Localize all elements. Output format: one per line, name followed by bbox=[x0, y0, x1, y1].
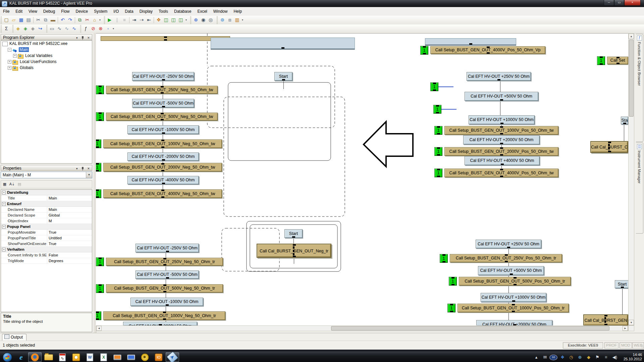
start-button-node[interactable]: Start bbox=[615, 280, 628, 288]
pan-icon[interactable]: ✥ bbox=[155, 16, 162, 24]
call-function-node[interactable]: Call Set bbox=[607, 57, 628, 64]
select-data-icon[interactable]: Σ bbox=[3, 25, 10, 33]
update-globe-icon[interactable]: ⊕ bbox=[576, 355, 584, 360]
edit-data-icon[interactable]: ◈ bbox=[29, 25, 37, 33]
scroll-left-icon[interactable]: ◄ bbox=[96, 326, 102, 331]
menu-help[interactable]: Help bbox=[230, 7, 245, 14]
badge-10-icon[interactable]: 10 bbox=[549, 355, 557, 360]
mail-icon[interactable]: ✉ bbox=[541, 355, 549, 360]
close-button[interactable]: × bbox=[624, 0, 641, 6]
property-value[interactable]: Untitled bbox=[47, 235, 62, 241]
volume-icon[interactable]: ◀) bbox=[611, 355, 619, 360]
property-row[interactable]: PopupMoveableTrue bbox=[1, 230, 92, 235]
vee-pro-icon[interactable]: ➤ bbox=[166, 352, 179, 362]
property-value[interactable]: True bbox=[47, 230, 56, 235]
tree-item-local-userfunctions[interactable]: +Local UserFunctions bbox=[1, 59, 92, 65]
cal-button-node[interactable]: Cal EFT HV-OUT -500V 50 Ohm bbox=[132, 99, 194, 108]
toolbar-overflow-icon[interactable]: ▾ bbox=[98, 16, 102, 24]
categorize-icon[interactable]: ▦ bbox=[1, 181, 8, 187]
panel-pin-icon[interactable] bbox=[80, 167, 85, 171]
step-into-icon[interactable]: ⇥ bbox=[130, 16, 138, 24]
panel-icon[interactable]: ▥ bbox=[233, 16, 241, 24]
property-value[interactable]: True bbox=[47, 241, 56, 246]
call-function-node[interactable]: Call Setup_BUST_GEN_OUT_250V_Neg_50_Ohm_… bbox=[106, 86, 218, 94]
import-icon[interactable]: ↪ bbox=[37, 25, 44, 33]
menu-window[interactable]: Window bbox=[210, 7, 231, 14]
canvas-horizontal-scrollbar[interactable]: ◄ ► bbox=[96, 325, 628, 331]
tree-item-kal-burst-mit-hp-54522c-vee[interactable]: KAL BURST mit HP 54522C.vee bbox=[1, 41, 92, 47]
step-out-icon[interactable]: ⇤ bbox=[145, 16, 153, 24]
remote-desktop-icon[interactable] bbox=[111, 352, 124, 362]
cal-button-node[interactable]: Cal EFT HV-OUT -1000V 50 Ohm bbox=[127, 125, 199, 134]
flag-icon[interactable]: ⚑ bbox=[594, 355, 601, 360]
call-function-node[interactable]: Call Setup_BUST_GEN_OUT_1000V_Neg_50_Ohm… bbox=[103, 311, 225, 320]
cal-button-node[interactable]: Cal EFT HV-OUT -4000V 50 Ohm bbox=[127, 176, 199, 184]
sequence-counter-node[interactable]: 1 bbox=[96, 257, 104, 266]
property-value[interactable]: M bbox=[47, 218, 52, 224]
minimize-button[interactable]: ─ bbox=[604, 0, 614, 6]
start-button-node[interactable]: Start bbox=[274, 72, 292, 81]
menu-system[interactable]: System bbox=[91, 7, 110, 14]
program-canvas[interactable]: StartCal EFT HV-OUT -250V 50 OhmCall Set… bbox=[96, 33, 628, 326]
scroll-down-icon[interactable]: ▼ bbox=[629, 320, 634, 325]
status-toggle-prof[interactable]: PROF bbox=[604, 342, 619, 349]
call-function-node[interactable]: Call Setup_BUST_GEN_OUT_250V_Neg_50_Ohm_… bbox=[106, 258, 223, 266]
sequence-counter-node[interactable]: 1 bbox=[96, 189, 101, 198]
dropbox-icon[interactable]: ❖ bbox=[559, 355, 566, 360]
panel-menu-icon[interactable]: ▾ bbox=[74, 167, 79, 171]
cal-button-node[interactable]: Cal EFT HV-OUT +500V 50 Ohm bbox=[478, 266, 544, 275]
collapse-icon[interactable]: − bbox=[2, 225, 6, 229]
menu-data[interactable]: Data bbox=[122, 7, 136, 14]
tab-instrument-manager[interactable]: ◫ Instrument Manager bbox=[636, 142, 643, 234]
menu-io[interactable]: I/O bbox=[110, 7, 122, 14]
stop-sign-icon[interactable]: ⊘ bbox=[90, 25, 97, 33]
call-function-node[interactable]: Call Setup_BUST_GEN_OUT_4000V_Pos_50_Ohm… bbox=[430, 46, 545, 54]
property-row[interactable]: Declared ScopeGlobal bbox=[1, 213, 92, 218]
menu-edit[interactable]: Edit bbox=[12, 7, 25, 14]
call-function-node[interactable]: Call Setup_BUST_GEN_OUT_2000V_Pos_50_Ohm… bbox=[444, 147, 558, 156]
scroll-right-icon[interactable]: ► bbox=[623, 326, 628, 331]
chart-app-icon[interactable]: ∿ bbox=[56, 352, 69, 362]
pin-left-icon[interactable]: ◫ bbox=[170, 16, 177, 24]
sequence-counter-node[interactable]: 1 bbox=[430, 82, 438, 91]
expand-icon[interactable]: + bbox=[8, 66, 11, 70]
start-button-node[interactable]: Start bbox=[284, 229, 303, 238]
expand-icon[interactable]: + bbox=[13, 54, 17, 58]
run-object-icon[interactable]: ◫ bbox=[162, 16, 170, 24]
xy-display-icon[interactable]: ∿ bbox=[56, 25, 63, 33]
toolbar-overflow-icon[interactable]: ▾ bbox=[184, 16, 188, 24]
call-function-node[interactable]: Call Setup_BUST_GEN_OUT_1000V_Neg_50_Ohm… bbox=[103, 139, 222, 148]
undo-icon[interactable]: ↶ bbox=[59, 16, 66, 24]
shield-icon[interactable]: ◆ bbox=[585, 355, 592, 360]
water-icon[interactable]: ◦ bbox=[104, 25, 112, 33]
menu-database[interactable]: Database bbox=[171, 7, 194, 14]
call-function-node[interactable]: Call Setup_BUST_GEN_OUT_500V_Pos_50_Ohm_… bbox=[459, 277, 571, 286]
menu-debug[interactable]: Debug bbox=[40, 7, 58, 14]
collapse-icon[interactable]: − bbox=[2, 248, 6, 251]
screen-icon[interactable]: ⧈ bbox=[226, 16, 233, 24]
word-icon[interactable]: W bbox=[83, 352, 97, 362]
redo-icon[interactable]: ↷ bbox=[66, 16, 74, 24]
trim-icon[interactable]: ✂ bbox=[84, 16, 91, 24]
internet-explorer-icon[interactable]: e bbox=[14, 352, 28, 362]
clock-app-icon[interactable]: ◷ bbox=[568, 355, 575, 360]
find-icon[interactable]: ◉ bbox=[200, 16, 207, 24]
cal-button-node[interactable]: Cal EFT HV-OUT +1000V 50 Ohm bbox=[481, 293, 546, 302]
call-function-node[interactable]: Call Cal_BURST_GEN_OUT_Neg_tr bbox=[257, 244, 331, 258]
chevron-down-icon[interactable]: ▼ bbox=[86, 172, 92, 178]
property-row[interactable]: Declared NameMain bbox=[1, 207, 92, 213]
call-function-node[interactable]: Call Cal_BURST_GEN bbox=[583, 314, 628, 326]
sequence-counter-node[interactable]: 1 bbox=[96, 85, 104, 94]
status-toggle-mod[interactable]: MOD bbox=[620, 342, 632, 349]
sequence-counter-node[interactable]: 1 bbox=[96, 163, 101, 172]
tray-clock[interactable]: 14:46 25.10.2012 bbox=[618, 353, 642, 361]
property-value[interactable]: Degrees bbox=[47, 258, 63, 263]
paste-icon[interactable]: ▬ bbox=[49, 16, 57, 24]
horizontal-scroll-thumb[interactable] bbox=[331, 326, 609, 330]
panel-close-icon[interactable]: ✕ bbox=[86, 167, 91, 171]
tree-item-main[interactable]: −Main bbox=[1, 47, 92, 53]
sequence-counter-node[interactable]: 1 bbox=[96, 112, 104, 121]
tree-item-globals[interactable]: +Globals bbox=[1, 65, 92, 71]
new-file-icon[interactable]: ▢ bbox=[3, 16, 10, 24]
sequence-counter-node[interactable]: 1 bbox=[96, 311, 101, 320]
